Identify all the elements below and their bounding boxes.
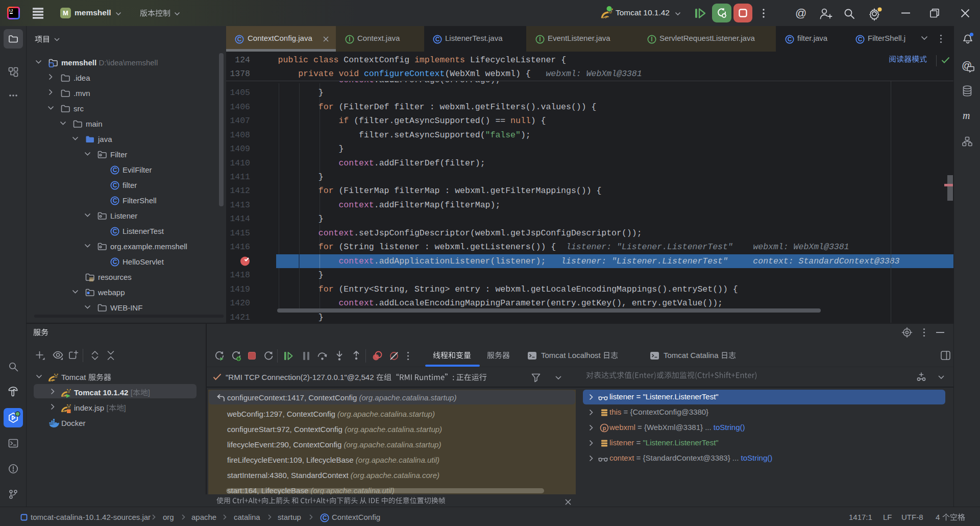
svg-text:I: I xyxy=(349,36,350,43)
svg-text:C: C xyxy=(788,36,792,43)
svg-text:p: p xyxy=(603,425,606,431)
svg-text:C: C xyxy=(858,36,863,43)
svg-text:C: C xyxy=(113,228,117,235)
svg-text:C: C xyxy=(113,166,117,174)
svg-text:C: C xyxy=(113,258,117,266)
svg-text:C: C xyxy=(113,182,117,189)
svg-text:I: I xyxy=(651,36,652,43)
svg-text:C: C xyxy=(435,36,440,43)
svg-text:C: C xyxy=(323,514,327,521)
svg-text:C: C xyxy=(237,36,242,43)
svg-text:C: C xyxy=(113,197,117,204)
svg-text:I: I xyxy=(539,36,541,43)
